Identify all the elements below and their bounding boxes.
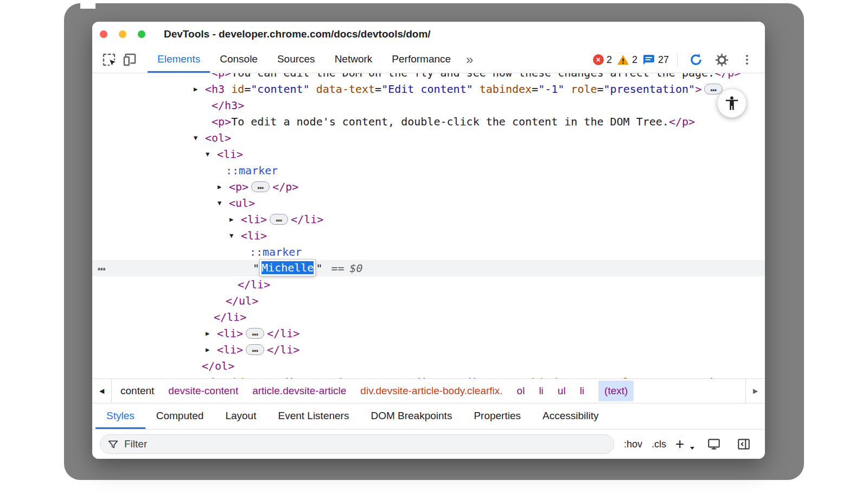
tree-line[interactable]: …"Michelle"==$0	[92, 260, 765, 276]
more-options-button[interactable]	[737, 55, 757, 65]
token-tag: <h3	[205, 376, 225, 378]
breadcrumb-item-article-devsite-article[interactable]: article.devsite-article	[252, 385, 346, 397]
tree-line[interactable]: ▼<li>	[92, 227, 765, 244]
tab-console[interactable]: Console	[210, 47, 267, 73]
filter-input[interactable]	[124, 438, 607, 450]
rendering-emulations-button[interactable]	[704, 437, 724, 451]
filter-funnel-icon	[107, 439, 119, 450]
collapse-arrow-icon[interactable]: ▼	[194, 130, 197, 146]
expand-arrow-icon[interactable]: ▶	[229, 211, 233, 227]
zoom-window-button[interactable]	[138, 30, 145, 38]
expand-arrow-icon[interactable]: ▶	[206, 342, 209, 358]
tree-line[interactable]: ::marker	[92, 162, 765, 179]
styles-filter-bar: :hov .cls +	[92, 429, 765, 459]
tree-line[interactable]: ▼<li>	[92, 146, 765, 162]
devtools-toolbar: ElementsConsoleSourcesNetworkPerformance…	[92, 47, 765, 73]
expand-ellipsis-button[interactable]: …	[704, 84, 723, 94]
tab-dom-breakpoints[interactable]: DOM Breakpoints	[360, 403, 463, 429]
breadcrumb-item-content[interactable]: content	[120, 385, 154, 397]
warning-count: 2	[632, 54, 637, 66]
tree-line[interactable]: ▼<ul>	[92, 195, 765, 211]
collapse-arrow-icon[interactable]: ▼	[206, 146, 209, 162]
toggle-sidebar-button[interactable]	[733, 437, 754, 451]
breadcrumb-item-devsite-content[interactable]: devsite-content	[168, 385, 238, 397]
tree-line-content: "Michelle"==$0	[253, 260, 363, 276]
breadcrumb-bar: ◀ contentdevsite-contentarticle.devsite-…	[92, 378, 765, 403]
tree-line[interactable]: ▼<ol>	[92, 130, 765, 146]
expand-ellipsis-button[interactable]: …	[246, 328, 264, 339]
tree-line[interactable]: ▶<h3 id="content" data-text="Edit conten…	[92, 81, 765, 97]
expand-arrow-icon[interactable]: ▶	[218, 179, 221, 195]
breadcrumb-item-li[interactable]: li	[539, 385, 543, 397]
device-toolbar-button[interactable]	[119, 47, 140, 73]
more-tabs-button[interactable]: »	[461, 52, 478, 67]
tab-elements[interactable]: Elements	[148, 47, 210, 73]
tree-line[interactable]: </li>	[92, 276, 765, 293]
expand-arrow-icon[interactable]: ▶	[194, 374, 197, 378]
collapse-arrow-icon[interactable]: ▼	[229, 227, 233, 244]
issues-badge[interactable]: 27	[642, 53, 669, 66]
tree-line[interactable]: </li>	[92, 309, 765, 325]
tree-line[interactable]: </ul>	[92, 293, 765, 309]
tree-line[interactable]: ▶<li>…</li>	[92, 342, 765, 358]
row-overflow-icon[interactable]: …	[98, 258, 106, 274]
toolbar-divider	[677, 53, 678, 67]
tree-line[interactable]: ▶<p>…</p>	[92, 179, 765, 195]
expand-arrow-icon[interactable]: ▶	[194, 81, 197, 97]
breadcrumb-scroll-left-button[interactable]: ◀	[92, 379, 112, 403]
accessibility-overlay-button[interactable]	[717, 89, 746, 118]
token-attr: role	[604, 376, 636, 378]
expand-ellipsis-button[interactable]: …	[270, 214, 288, 225]
tree-line[interactable]: <p>You can edit the DOM on the fly and s…	[92, 73, 765, 81]
breadcrumb-item-li[interactable]: li	[580, 385, 584, 397]
inspect-element-button[interactable]	[99, 47, 119, 73]
token-txt: =	[571, 376, 577, 378]
tab-event-listeners[interactable]: Event Listeners	[267, 403, 360, 429]
inspect-cursor-icon	[101, 52, 117, 68]
tree-line[interactable]: ▶<h3 id="attributes" data-text="Edit att…	[92, 374, 765, 378]
tree-line[interactable]: ▶<li>…</li>	[92, 325, 765, 342]
styles-filter-field[interactable]	[100, 434, 614, 454]
tab-computed[interactable]: Computed	[145, 403, 215, 429]
warning-badge[interactable]: 2	[617, 54, 637, 66]
toggle-element-state-button[interactable]: :hov	[624, 439, 642, 450]
breadcrumb-item-text[interactable]: (text)	[598, 381, 634, 401]
token-txt: You can edit the DOM on the fly and see …	[231, 73, 714, 79]
breadcrumb-scroll-right-button[interactable]: ▶	[745, 379, 765, 403]
tab-sources[interactable]: Sources	[267, 47, 325, 73]
minimize-window-button[interactable]	[119, 30, 126, 38]
token-txt: "	[316, 262, 322, 275]
tree-line[interactable]: <p>To edit a node's content, double-clic…	[92, 113, 765, 130]
tree-line-content: <ul>	[229, 195, 255, 211]
tab-performance[interactable]: Performance	[382, 47, 461, 73]
close-window-button[interactable]	[100, 30, 107, 38]
sync-button[interactable]	[686, 52, 706, 67]
tree-line[interactable]: ▶<li>…</li>	[92, 211, 765, 227]
collapse-arrow-icon[interactable]: ▼	[218, 195, 221, 211]
settings-button[interactable]	[711, 53, 732, 67]
tab-properties[interactable]: Properties	[463, 403, 532, 429]
toggle-classes-button[interactable]: .cls	[652, 439, 666, 450]
tab-layout[interactable]: Layout	[214, 403, 267, 429]
expand-arrow-icon[interactable]: ▶	[206, 325, 209, 342]
breadcrumb-item-ul[interactable]: ul	[558, 385, 566, 397]
tree-line[interactable]: </h3>	[92, 97, 765, 113]
devtools-tab-bar: ElementsConsoleSourcesNetworkPerformance	[148, 47, 461, 73]
tree-line-content: </li>	[214, 309, 246, 325]
token-txt: =	[597, 83, 604, 96]
tree-line[interactable]: ::marker	[92, 244, 765, 260]
tab-network[interactable]: Network	[325, 47, 382, 73]
error-badge[interactable]: × 2	[593, 54, 612, 66]
tab-accessibility[interactable]: Accessibility	[532, 403, 609, 429]
expand-ellipsis-button[interactable]: …	[246, 344, 264, 355]
token-tag: <ol>	[205, 131, 231, 144]
tree-line[interactable]: </ol>	[92, 358, 765, 374]
breadcrumb-item-div-devsite-article-body-clearfix[interactable]: div.devsite-article-body.clearfix.	[360, 385, 502, 397]
expand-ellipsis-button[interactable]: …	[251, 181, 270, 192]
tab-styles[interactable]: Styles	[95, 403, 145, 429]
new-style-rule-button[interactable]: +	[675, 437, 684, 452]
token-attr: id	[225, 83, 244, 96]
inline-text-editor[interactable]: Michelle	[260, 260, 315, 276]
breadcrumb-item-ol[interactable]: ol	[517, 385, 525, 397]
accessibility-person-icon	[724, 95, 740, 111]
